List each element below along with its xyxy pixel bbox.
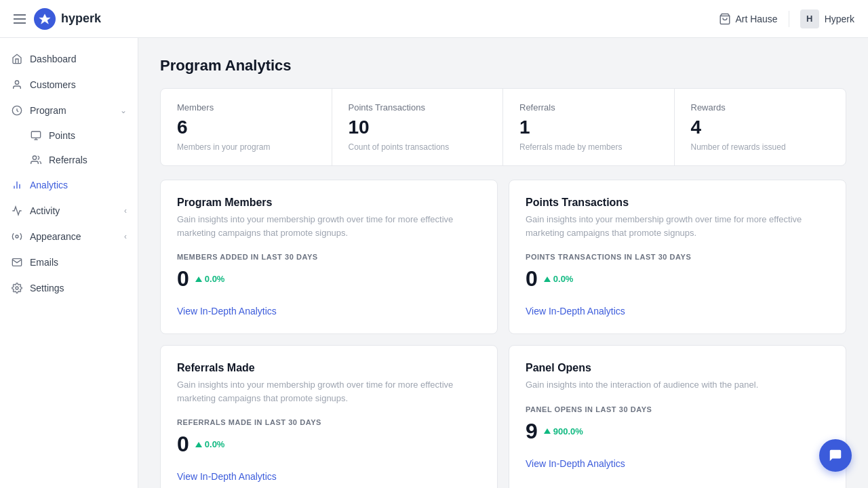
sidebar-label-analytics: Analytics (30, 180, 68, 190)
sidebar-item-analytics[interactable]: Analytics (0, 172, 138, 198)
chat-fab-button[interactable] (819, 439, 852, 472)
cart-icon (719, 13, 731, 25)
sidebar-item-dashboard[interactable]: Dashboard (0, 46, 138, 72)
user-info[interactable]: H Hyperk (800, 9, 854, 28)
chevron-down-icon: ⌄ (120, 106, 127, 115)
stat-value-points: 10 (349, 117, 487, 138)
appearance-icon (11, 230, 23, 243)
topnav-right: Art Hause H Hyperk (719, 9, 854, 28)
divider (789, 11, 789, 27)
stat-label-rewards: Rewards (691, 102, 830, 113)
card-desc-2: Gain insights into your membership growt… (177, 378, 481, 405)
sidebar-item-appearance[interactable]: Appearance ‹ (0, 224, 138, 249)
layout: Dashboard Customers Program ⌄ Points (0, 38, 868, 488)
card-metric-value-0: 0 0.0% (177, 266, 481, 291)
main-content: Program Analytics Members 6 Members in y… (138, 38, 868, 488)
referrals-icon (30, 154, 42, 166)
stat-desc-members: Members in your program (177, 142, 315, 152)
stat-members: Members 6 Members in your program (161, 89, 332, 165)
sidebar-item-program[interactable]: Program ⌄ (0, 98, 138, 123)
stat-desc-rewards: Number of rewards issued (691, 142, 830, 152)
sidebar-item-emails[interactable]: Emails (0, 249, 138, 275)
analytics-cards-grid: Program Members Gain insights into your … (160, 180, 846, 488)
logo[interactable]: hyperk (34, 8, 101, 30)
trend-1: 0.0% (543, 274, 574, 284)
customers-icon (11, 79, 23, 91)
card-title-0: Program Members (177, 197, 481, 209)
view-link-0[interactable]: View In-Depth Analytics (177, 306, 277, 317)
stat-label-referrals: Referrals (519, 102, 658, 113)
stat-value-members: 6 (177, 117, 315, 138)
svg-marker-13 (195, 277, 202, 282)
store-info[interactable]: Art Hause (719, 13, 777, 25)
card-desc-0: Gain insights into your membership growt… (177, 213, 481, 239)
svg-marker-0 (39, 14, 50, 23)
page-title: Program Analytics (160, 57, 846, 75)
stat-label-points: Points Transactions (349, 102, 487, 113)
card-metric-value-2: 0 0.0% (177, 432, 481, 457)
svg-marker-14 (544, 277, 551, 282)
card-metric-label-3: PANEL OPENS IN LAST 30 DAYS (526, 405, 829, 413)
stat-desc-referrals: Referrals made by members (519, 142, 658, 152)
card-metric-label-2: REFERRALS MADE IN LAST 30 DAYS (177, 418, 481, 426)
sidebar-item-customers[interactable]: Customers (0, 72, 138, 98)
card-title-2: Referrals Made (177, 362, 481, 374)
emails-icon (11, 256, 23, 268)
view-link-1[interactable]: View In-Depth Analytics (526, 306, 625, 317)
svg-rect-4 (31, 131, 40, 138)
svg-marker-16 (544, 428, 551, 434)
analytics-icon (11, 179, 23, 191)
card-points-transactions: Points Transactions Gain insights into y… (509, 180, 846, 334)
svg-point-7 (33, 156, 36, 159)
sidebar-label-activity: Activity (30, 205, 60, 216)
sidebar-item-referrals[interactable]: Referrals (0, 148, 138, 172)
home-icon (11, 53, 23, 65)
sidebar-item-activity[interactable]: Activity ‹ (0, 198, 138, 224)
settings-icon (11, 282, 23, 294)
card-referrals-made: Referrals Made Gain insights into your m… (160, 345, 498, 488)
trend-0: 0.0% (195, 274, 225, 284)
sidebar-label-customers: Customers (30, 79, 76, 90)
svg-point-11 (16, 235, 18, 238)
svg-point-12 (16, 287, 18, 289)
hamburger-menu[interactable] (14, 14, 26, 24)
stats-row: Members 6 Members in your program Points… (160, 88, 846, 166)
logo-icon (34, 8, 56, 30)
top-navigation: hyperk Art Hause H Hyperk (0, 0, 868, 38)
chevron-left-icon: ‹ (124, 206, 127, 216)
stat-points: Points Transactions 10 Count of points t… (332, 89, 504, 165)
view-link-2[interactable]: View In-Depth Analytics (177, 471, 277, 482)
chevron-left-icon-2: ‹ (124, 232, 127, 241)
card-desc-1: Gain insights into your membership growt… (526, 213, 829, 239)
card-program-members: Program Members Gain insights into your … (160, 180, 498, 334)
sidebar-label-program: Program (30, 105, 66, 116)
sidebar-label-appearance: Appearance (30, 231, 81, 242)
stat-value-rewards: 4 (691, 117, 830, 138)
card-title-1: Points Transactions (526, 197, 829, 209)
svg-point-2 (15, 81, 18, 84)
sidebar-label-points: Points (49, 130, 75, 141)
activity-icon (11, 205, 23, 217)
sidebar-label-referrals: Referrals (49, 155, 87, 165)
stat-referrals: Referrals 1 Referrals made by members (503, 89, 675, 165)
view-link-3[interactable]: View In-Depth Analytics (526, 458, 625, 469)
svg-marker-15 (195, 442, 202, 447)
card-panel-opens: Panel Opens Gain insights into the inter… (509, 345, 846, 488)
sidebar: Dashboard Customers Program ⌄ Points (0, 38, 138, 488)
trend-3: 900.0% (543, 426, 583, 436)
sidebar-label-dashboard: Dashboard (30, 54, 77, 64)
stat-value-referrals: 1 (519, 117, 658, 138)
card-metric-label-0: MEMBERS ADDED IN LAST 30 DAYS (177, 253, 481, 261)
store-name: Art Hause (735, 14, 777, 24)
stat-desc-points: Count of points transactions (349, 142, 487, 152)
trend-2: 0.0% (195, 439, 225, 449)
sidebar-item-settings[interactable]: Settings (0, 275, 138, 301)
topnav-left: hyperk (14, 8, 101, 30)
logo-text: hyperk (61, 12, 101, 26)
points-icon (30, 129, 42, 142)
card-metric-value-3: 9 900.0% (526, 419, 829, 444)
card-title-3: Panel Opens (526, 362, 829, 374)
card-desc-3: Gain insights into the interaction of au… (526, 378, 829, 392)
sidebar-item-points[interactable]: Points (0, 123, 138, 148)
sidebar-label-settings: Settings (30, 283, 64, 293)
